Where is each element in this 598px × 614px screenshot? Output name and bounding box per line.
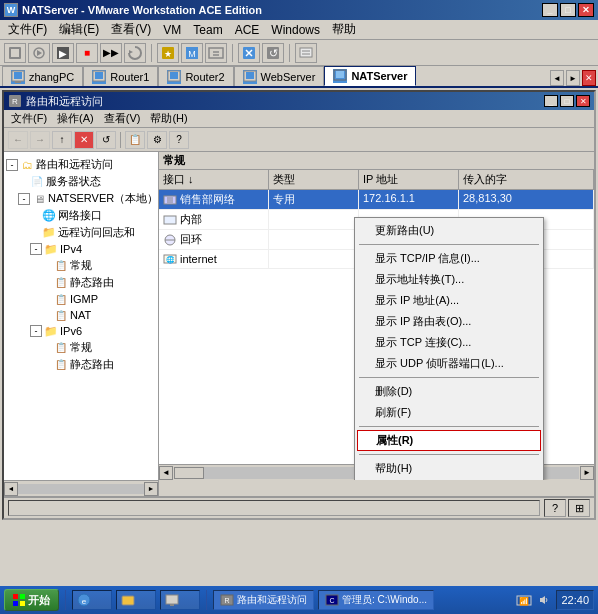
minimize-button[interactable]: _ (542, 3, 558, 17)
start-button[interactable]: 开始 (4, 589, 59, 611)
folder-icon-root: 🗂 (20, 158, 34, 172)
ctx-help[interactable]: 帮助(H) (355, 458, 543, 479)
menu-ace[interactable]: ACE (229, 21, 266, 39)
taskbar-app-cmd[interactable]: C 管理员: C:\Windo... (318, 590, 434, 610)
tree-scroll-right[interactable]: ► (144, 482, 158, 496)
ctx-delete[interactable]: 删除(D) (355, 381, 543, 402)
toolbar-btn-12[interactable] (295, 43, 317, 63)
menu-edit[interactable]: 编辑(E) (53, 19, 105, 40)
ctx-show-ip-addr[interactable]: 显示 IP 地址(A)... (355, 290, 543, 311)
tree-item-server-status[interactable]: 📄 服务器状态 (6, 173, 156, 190)
inner-up-btn[interactable]: ↑ (52, 131, 72, 149)
tree-item-igmp[interactable]: 📋 IGMP (6, 291, 156, 307)
tab-router1[interactable]: Router1 (83, 66, 158, 86)
ctx-refresh[interactable]: 刷新(F) (355, 402, 543, 423)
inner-menu-file[interactable]: 文件(F) (6, 110, 52, 127)
inner-forward-btn[interactable]: → (30, 131, 50, 149)
tree-item-general[interactable]: 📋 常规 (6, 257, 156, 274)
toolbar-btn-3[interactable]: ▶ (52, 43, 74, 63)
inner-help-btn[interactable]: ? (169, 131, 189, 149)
tree-expand-ipv4[interactable]: - (30, 243, 42, 255)
inner-properties-btn[interactable]: ⚙ (147, 131, 167, 149)
inner-refresh-btn[interactable]: ↺ (96, 131, 116, 149)
tree-item-ipv4[interactable]: - 📁 IPv4 (6, 241, 156, 257)
inner-minimize[interactable]: _ (544, 95, 558, 107)
tabs-close[interactable]: ✕ (582, 70, 596, 86)
taskbar-app-routing[interactable]: R 路由和远程访问 (213, 590, 314, 610)
tree-item-nat[interactable]: 📋 NAT (6, 307, 156, 323)
tree-item-remote[interactable]: 📁 远程访问回志和 (6, 224, 156, 241)
h-scroll-left[interactable]: ◄ (159, 466, 173, 480)
menu-windows[interactable]: Windows (265, 21, 326, 39)
volume-icon[interactable] (536, 592, 552, 608)
col-header-interface[interactable]: 接口 ↓ (159, 170, 269, 189)
tree-expand-ipv6[interactable]: - (30, 325, 42, 337)
close-button[interactable]: ✕ (578, 3, 594, 17)
tab-webserver[interactable]: WebServer (234, 66, 325, 86)
tree-item-static-route[interactable]: 📋 静态路由 (6, 274, 156, 291)
toolbar-btn-8[interactable]: M (181, 43, 203, 63)
tab-label-webserver: WebServer (261, 71, 316, 83)
ctx-show-udp[interactable]: 显示 UDP 侦听器端口(L)... (355, 353, 543, 374)
ctx-show-addr-trans[interactable]: 显示地址转换(T)... (355, 269, 543, 290)
taskbar-quick-1[interactable]: e (72, 590, 112, 610)
tree-expand-natserver[interactable]: - (18, 193, 30, 205)
inner-close[interactable]: ✕ (576, 95, 590, 107)
inner-menu-action[interactable]: 操作(A) (52, 110, 99, 127)
col-header-bytes[interactable]: 传入的字 (459, 170, 594, 189)
tree-scroll-track[interactable] (18, 484, 144, 494)
ctx-update-route[interactable]: 更新路由(U) (355, 220, 543, 241)
tree-item-root[interactable]: - 🗂 路由和远程访问 (6, 156, 156, 173)
tree-item-ipv6-general[interactable]: 📋 常规 (6, 339, 156, 356)
help-icon-btn[interactable]: ? (544, 499, 566, 517)
toolbar-btn-1[interactable] (4, 43, 26, 63)
tree-item-netif[interactable]: 🌐 网络接口 (6, 207, 156, 224)
toolbar-btn-4[interactable]: ■ (76, 43, 98, 63)
menu-help[interactable]: 帮助 (326, 19, 362, 40)
tab-router2[interactable]: Router2 (158, 66, 233, 86)
table-row[interactable]: 销售部网络 专用 172.16.1.1 28,813,30 (159, 190, 594, 210)
inner-menu-help[interactable]: 帮助(H) (145, 110, 192, 127)
taskbar-quick-3[interactable] (160, 590, 200, 610)
tree-item-ipv6[interactable]: - 📁 IPv6 (6, 323, 156, 339)
toolbar-btn-11[interactable]: ↺ (262, 43, 284, 63)
inner-window-controls[interactable]: _ □ ✕ (544, 95, 590, 107)
menu-view[interactable]: 查看(V) (105, 19, 157, 40)
inner-back-btn[interactable]: ← (8, 131, 28, 149)
toolbar-btn-7[interactable]: ★ (157, 43, 179, 63)
h-scroll-right[interactable]: ► (580, 466, 594, 480)
h-scroll-thumb[interactable] (174, 467, 204, 479)
toolbar-btn-6[interactable] (124, 43, 146, 63)
inner-menu-view[interactable]: 查看(V) (99, 110, 146, 127)
menu-file[interactable]: 文件(F) (2, 19, 53, 40)
tabs-next[interactable]: ► (566, 70, 580, 86)
ctx-properties[interactable]: 属性(R) (357, 430, 541, 451)
inner-maximize[interactable]: □ (560, 95, 574, 107)
col-header-type[interactable]: 类型 (269, 170, 359, 189)
row-icon-2 (163, 233, 177, 247)
tree-scroll-left[interactable]: ◄ (4, 482, 18, 496)
tree-expand-root[interactable]: - (6, 159, 18, 171)
window-controls[interactable]: _ □ ✕ (542, 3, 594, 17)
tab-natserver[interactable]: NATServer (324, 66, 416, 86)
tree-item-natserver[interactable]: - 🖥 NATSERVER（本地） (6, 190, 156, 207)
toolbar-btn-9[interactable] (205, 43, 227, 63)
taskbar-quick-2[interactable] (116, 590, 156, 610)
network-tray-icon[interactable]: 📶 (516, 592, 532, 608)
toolbar-btn-5[interactable]: ▶▶ (100, 43, 122, 63)
inner-stop-btn[interactable]: ✕ (74, 131, 94, 149)
toolbar-btn-10[interactable] (238, 43, 260, 63)
ctx-show-tcp-conn[interactable]: 显示 TCP 连接(C)... (355, 332, 543, 353)
ctx-show-tcpip[interactable]: 显示 TCP/IP 信息(I)... (355, 248, 543, 269)
toolbar-btn-2[interactable] (28, 43, 50, 63)
maximize-button[interactable]: □ (560, 3, 576, 17)
tree-item-ipv6-static[interactable]: 📋 静态路由 (6, 356, 156, 373)
ctx-show-ip-table[interactable]: 显示 IP 路由表(O)... (355, 311, 543, 332)
tabs-prev[interactable]: ◄ (550, 70, 564, 86)
col-header-ip[interactable]: IP 地址 (359, 170, 459, 189)
tab-zhangpc[interactable]: zhangPC (2, 66, 83, 86)
resize-handle[interactable]: ⊞ (568, 499, 590, 517)
inner-export-btn[interactable]: 📋 (125, 131, 145, 149)
menu-team[interactable]: Team (187, 21, 228, 39)
menu-vm[interactable]: VM (157, 21, 187, 39)
